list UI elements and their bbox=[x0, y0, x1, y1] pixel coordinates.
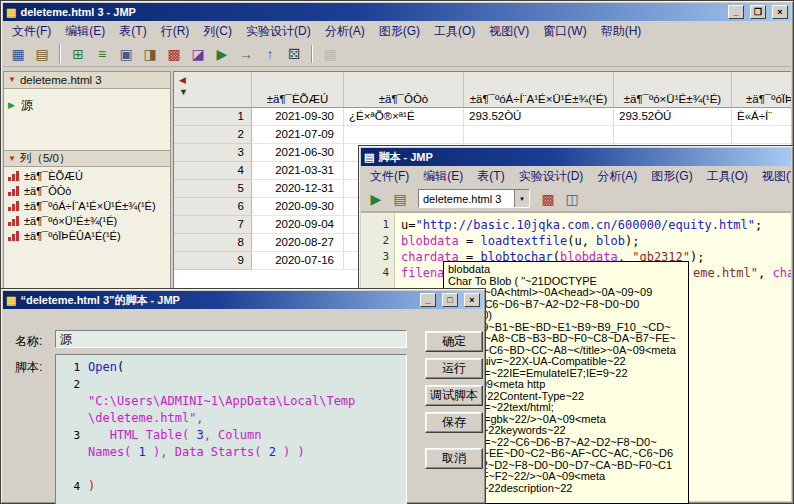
row-number[interactable]: 3 bbox=[174, 144, 252, 162]
column-header[interactable]: ±ä¶¯ºó×Ü¹É±¾(¹É) bbox=[614, 72, 732, 108]
row-number[interactable]: 9 bbox=[174, 252, 252, 270]
menu-item[interactable]: 编辑(E) bbox=[58, 21, 112, 41]
close-button[interactable]: × bbox=[464, 293, 480, 307]
ok-button[interactable]: 确定 bbox=[425, 331, 483, 352]
table-selector[interactable]: deleteme.html 3 ▼ bbox=[418, 189, 530, 208]
grid-cell[interactable]: 2021-07-09 bbox=[252, 126, 344, 144]
grid-cell[interactable]: 2020-09-04 bbox=[252, 216, 344, 234]
table-script-item[interactable]: ▶ 源 bbox=[8, 97, 166, 114]
row-number[interactable]: 6 bbox=[174, 198, 252, 216]
new-window-icon[interactable]: ◫ bbox=[561, 189, 583, 209]
grid-cell[interactable]: ¿É×ªÕ®×ª¹É bbox=[344, 108, 464, 126]
data-grid-icon[interactable]: ▩ bbox=[163, 44, 185, 64]
copy-icon[interactable]: ▣ bbox=[115, 44, 137, 64]
column-list-item[interactable]: ±ä¶¯ºó×Ü¹É±¾(¹É) bbox=[4, 213, 170, 228]
column-list-item[interactable]: ±ä¶¯ºóÁ÷Í¨A¹É×Ü¹É±¾(¹É) bbox=[4, 198, 170, 213]
column-list-item[interactable]: ±ä¶¯ÔÒò bbox=[4, 183, 170, 198]
run-arrow-icon[interactable]: ▶ bbox=[8, 101, 15, 110]
menu-item[interactable]: 图形(G) bbox=[644, 166, 699, 186]
menu-item[interactable]: 实验设计(D) bbox=[512, 166, 591, 186]
restore-button[interactable]: ❐ bbox=[750, 5, 766, 19]
main-titlebar[interactable]: ▦ deleteme.html 3 - JMP _ ❐ × bbox=[3, 3, 791, 21]
row-number[interactable]: 8 bbox=[174, 234, 252, 252]
grid-cell[interactable]: 2020-07-16 bbox=[252, 252, 344, 270]
row-number[interactable]: 7 bbox=[174, 216, 252, 234]
grid-corner[interactable]: ◀▼ bbox=[174, 72, 252, 108]
column-header[interactable]: ±ä¶¯ÈÕÆÚ bbox=[252, 72, 344, 108]
journal-icon[interactable]: ▤ bbox=[31, 44, 53, 64]
table-panel-header[interactable]: ▼ deleteme.html 3 bbox=[4, 72, 170, 89]
columns-panel-header[interactable]: ▼ 列（5/0） bbox=[4, 150, 170, 167]
grid-cell[interactable]: 2020-12-31 bbox=[252, 180, 344, 198]
grid-cell[interactable] bbox=[732, 126, 791, 144]
reorder-icon[interactable]: ≡ bbox=[91, 44, 113, 64]
column-header[interactable]: ±ä¶¯ÔÒò bbox=[344, 72, 464, 108]
column-list-item[interactable]: ±ä¶¯ÈÕÆÚ bbox=[4, 168, 170, 183]
save-button[interactable]: 保存 bbox=[425, 412, 483, 433]
menu-item[interactable]: 列(C) bbox=[196, 21, 239, 41]
grid-cell[interactable]: 293.52ÒÚ bbox=[464, 108, 614, 126]
grid-cell[interactable]: 2020-09-30 bbox=[252, 198, 344, 216]
data-grid-icon[interactable]: ▩ bbox=[537, 189, 559, 209]
doe-icon[interactable]: ⚄ bbox=[283, 44, 305, 64]
name-field[interactable]: 源 bbox=[55, 330, 407, 348]
cancel-button[interactable]: 取消 bbox=[425, 448, 483, 469]
minimize-button[interactable]: _ bbox=[420, 293, 436, 307]
red-triangle-icon[interactable]: ▼ bbox=[8, 155, 16, 163]
red-triangle-icon[interactable]: ▼ bbox=[8, 76, 16, 84]
main-menubar: 文件(F)编辑(E)表(T)行(R)列(C)实验设计(D)分析(A)图形(G)工… bbox=[3, 21, 791, 41]
minimize-button[interactable]: _ bbox=[728, 5, 744, 19]
row-number[interactable]: 1 bbox=[174, 108, 252, 126]
column-list-item[interactable]: ±ä¶¯ºóÏÞÊÛA¹É(¹É) bbox=[4, 228, 170, 243]
menu-item[interactable]: 行(R) bbox=[154, 21, 197, 41]
maximize-button[interactable]: □ bbox=[442, 293, 458, 307]
run-script-icon[interactable]: ▶ bbox=[365, 189, 387, 209]
menu-item[interactable]: 工具(O) bbox=[700, 166, 755, 186]
script-titlebar[interactable]: ▤ 脚本 - JMP bbox=[361, 148, 791, 166]
upload-icon[interactable]: ↑ bbox=[259, 44, 281, 64]
row-number[interactable]: 4 bbox=[174, 162, 252, 180]
grid-cell[interactable] bbox=[464, 126, 614, 144]
journal-icon[interactable]: ▤ bbox=[389, 189, 411, 209]
grid-cell[interactable]: 293.52ÒÚ bbox=[614, 108, 732, 126]
code-token: ), Data Starts( bbox=[146, 445, 269, 459]
column-header[interactable]: ±ä¶¯ºóÏÞÊÛA¹É(¹É) bbox=[732, 72, 791, 108]
grid-cell[interactable]: 2021-03-31 bbox=[252, 162, 344, 180]
add-rows-icon[interactable]: ⊞ bbox=[67, 44, 89, 64]
grid-cell[interactable] bbox=[614, 126, 732, 144]
menu-item[interactable]: 分析(A) bbox=[318, 21, 372, 41]
grid-cell[interactable]: 2021-06-30 bbox=[252, 144, 344, 162]
menu-item[interactable]: 帮助(H) bbox=[594, 21, 649, 41]
grid-cell[interactable]: 2020-08-27 bbox=[252, 234, 344, 252]
column-marker-icon: ▼ bbox=[179, 88, 188, 97]
row-number[interactable]: 2 bbox=[174, 126, 252, 144]
row-number[interactable]: 5 bbox=[174, 180, 252, 198]
menu-item[interactable]: 文件(F) bbox=[5, 21, 58, 41]
menu-item[interactable]: 工具(O) bbox=[427, 21, 482, 41]
dialog-titlebar[interactable]: ▦ “deleteme.html 3”的脚本 - JMP _ □ × bbox=[3, 291, 483, 309]
menu-item[interactable]: 表(T) bbox=[470, 166, 511, 186]
grid-cell[interactable]: È«Á÷Í¨ bbox=[732, 108, 791, 126]
menu-item[interactable]: 实验设计(D) bbox=[239, 21, 318, 41]
menu-item[interactable]: 窗口(W) bbox=[536, 21, 593, 41]
run-button[interactable]: 运行 bbox=[425, 358, 483, 379]
go-icon[interactable]: → bbox=[235, 44, 257, 64]
menu-item[interactable]: 视图(V) bbox=[482, 21, 536, 41]
paste-icon[interactable]: ◨ bbox=[139, 44, 161, 64]
close-button[interactable]: × bbox=[772, 5, 788, 19]
grid-cell[interactable] bbox=[344, 126, 464, 144]
column-header[interactable]: ±ä¶¯ºóÁ÷Í¨A¹É×Ü¹É±¾(¹É) bbox=[464, 72, 614, 108]
run-script-icon[interactable]: ▶ bbox=[211, 44, 233, 64]
new-data-table-icon[interactable]: ▦ bbox=[7, 44, 29, 64]
menu-item[interactable]: 分析(A) bbox=[590, 166, 644, 186]
grid-cell[interactable]: 2021-09-30 bbox=[252, 108, 344, 126]
debug-script-button[interactable]: 调试脚本 bbox=[425, 385, 483, 406]
chevron-down-icon[interactable]: ▼ bbox=[514, 190, 529, 207]
menu-item[interactable]: 文件(F) bbox=[363, 166, 416, 186]
menu-item[interactable]: 视图(V) bbox=[755, 166, 791, 186]
chart-icon[interactable]: ◪ bbox=[187, 44, 209, 64]
menu-item[interactable]: 编辑(E) bbox=[416, 166, 470, 186]
dialog-script-editor[interactable]: 1Open(2"C:\Users\ADMINI~1\AppData\Local\… bbox=[55, 354, 407, 504]
menu-item[interactable]: 表(T) bbox=[112, 21, 153, 41]
menu-item[interactable]: 图形(G) bbox=[372, 21, 427, 41]
